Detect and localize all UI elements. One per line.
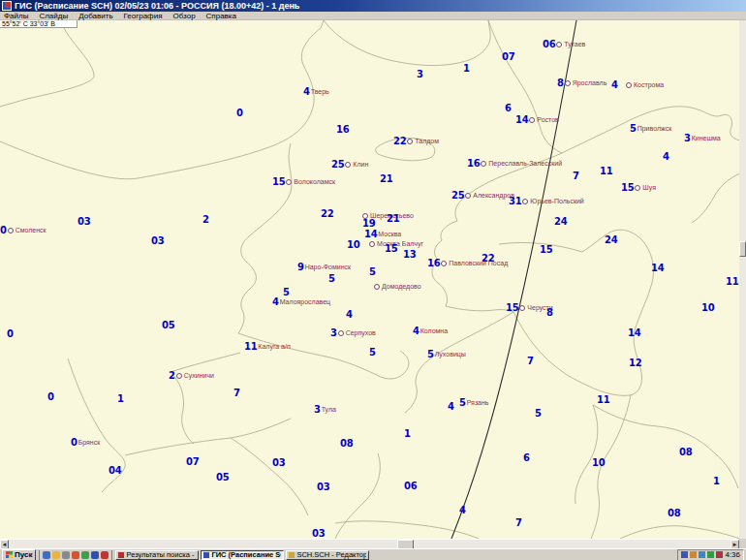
city-name: Серпухов	[346, 329, 376, 337]
city-name: Москва	[378, 231, 401, 238]
city-marker-icon	[338, 330, 344, 336]
map-number: 03	[78, 217, 90, 227]
city-count: 5	[427, 350, 434, 359]
city-marker-icon	[369, 241, 375, 247]
city-label: 25Клин	[331, 160, 368, 170]
city-count: 22	[393, 137, 406, 146]
city-name: Клин	[353, 161, 368, 169]
city-label: 14Москва	[364, 230, 401, 239]
map-number: 6	[523, 453, 530, 463]
city-label: 8Ярославль	[557, 78, 606, 88]
map-number: 0	[236, 109, 243, 118]
city-name: Ярославль	[573, 79, 607, 87]
map-number: 03	[151, 236, 164, 246]
city-count: 3	[330, 328, 337, 338]
city-count: 25	[451, 191, 464, 201]
city-name: Павловский Посад	[449, 260, 508, 267]
map-number: 10	[701, 303, 714, 313]
map-number: 7	[527, 357, 534, 366]
map-number: 7	[573, 171, 579, 181]
city-name: Шуя	[642, 184, 656, 192]
map-number: 03	[317, 482, 329, 492]
city-label: 16Павловский Посад	[427, 259, 508, 268]
city-label: 3Серпухов	[330, 328, 376, 338]
map-number: 10	[347, 240, 359, 250]
city-marker-icon	[556, 42, 562, 47]
map-number: 22	[321, 209, 333, 219]
city-marker-icon	[519, 305, 525, 311]
city-count: 4	[303, 87, 310, 97]
city-marker-icon	[626, 82, 632, 88]
city-count: 14	[364, 230, 377, 239]
city-label: 5Приволжск	[630, 124, 671, 134]
city-marker-icon	[374, 284, 380, 290]
map-number: 8	[546, 308, 553, 318]
city-count: 3	[314, 405, 321, 415]
map-number: 05	[216, 473, 229, 482]
city-label: 16Переславль-Залесский	[467, 159, 562, 169]
city-count: 15	[506, 303, 518, 313]
map-number: 15	[385, 244, 397, 254]
map-number: 06	[404, 482, 417, 491]
map-number: 3	[417, 70, 423, 79]
map-number: 0	[47, 392, 54, 402]
city-count: 0	[0, 226, 7, 235]
city-marker-icon	[8, 228, 14, 233]
map-number: 14	[651, 264, 664, 273]
city-marker-icon	[176, 373, 182, 379]
city-name: Луховицы	[435, 351, 466, 358]
map-number: 7	[515, 518, 522, 528]
city-count: 31	[509, 197, 521, 206]
city-label: Домодедово	[373, 283, 421, 291]
city-count: 9	[297, 263, 304, 272]
city-label: 4Малоярославец	[272, 297, 330, 307]
map-number: 03	[272, 458, 285, 468]
map-number: 16	[336, 125, 349, 135]
map-number: 5	[369, 267, 376, 277]
map-number: 04	[109, 466, 121, 476]
map-number: 1	[463, 64, 470, 74]
map-number: 08	[679, 448, 692, 457]
city-label: 22Талдом	[393, 137, 439, 146]
city-name: Тверь	[311, 88, 329, 96]
city-label: 2Сухиничи	[169, 371, 214, 381]
city-label: 0Смоленск	[0, 226, 47, 235]
city-name: Рязань	[467, 399, 489, 407]
city-count: 15	[621, 183, 634, 193]
city-label: 0Брянск	[71, 438, 100, 448]
city-label: 15Волоколамск	[272, 177, 335, 187]
map-number: 4	[459, 506, 466, 515]
map-number: 4	[448, 402, 454, 412]
map-number: 22	[482, 254, 494, 264]
city-name: Тула	[322, 406, 336, 414]
city-count: 0	[71, 438, 78, 448]
city-count: 2	[169, 371, 175, 381]
map-number: 24	[605, 235, 617, 245]
map-number: 5	[535, 409, 542, 419]
map-number: 11	[726, 277, 738, 287]
map-number: 2	[202, 215, 209, 225]
city-count: 8	[557, 78, 564, 88]
city-name: Кострома	[634, 81, 664, 89]
city-name: Кинешма	[692, 135, 721, 142]
city-label: 3Кинешма	[684, 134, 721, 143]
map-number: 14	[628, 328, 640, 338]
city-label: 5Луховицы	[427, 350, 466, 359]
city-count: 11	[244, 342, 257, 352]
city-name: Калуга а/п	[258, 343, 290, 351]
map-number: 5	[283, 288, 290, 297]
city-marker-icon	[529, 117, 535, 123]
map-number: 5	[328, 274, 335, 284]
city-name: Наро-Фоминск	[305, 264, 351, 271]
city-count: 5	[630, 124, 637, 134]
city-count: 5	[459, 398, 466, 408]
city-name: Волоколамск	[294, 178, 335, 186]
city-name: Тутаев	[564, 41, 585, 48]
map-number: 08	[668, 509, 680, 518]
map-number: 10	[592, 458, 605, 468]
city-count: 15	[272, 177, 285, 187]
city-name: Малоярославец	[280, 298, 330, 306]
map-number: 1	[117, 394, 124, 404]
city-name: Смоленск	[16, 227, 47, 234]
map-number: 4	[346, 310, 353, 320]
